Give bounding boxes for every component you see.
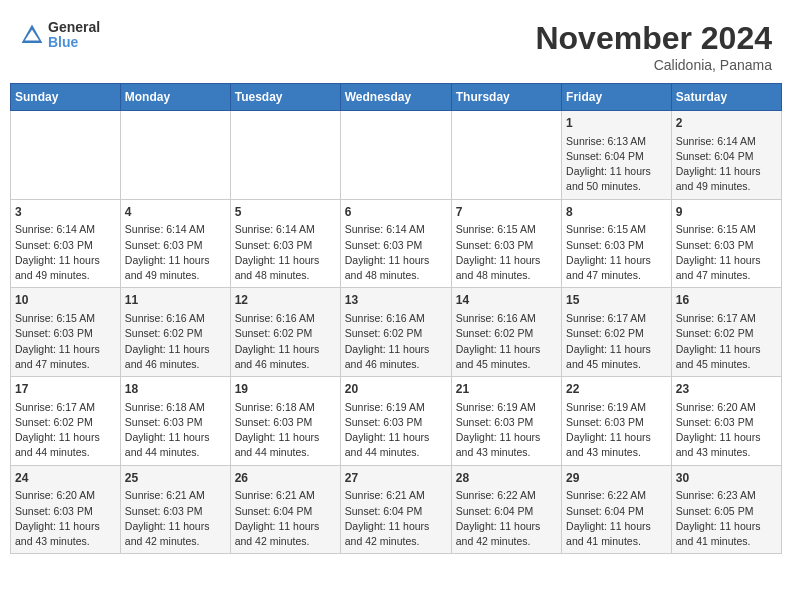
calendar-cell: 17Sunrise: 6:17 AM Sunset: 6:02 PM Dayli… bbox=[11, 377, 121, 466]
logo-icon bbox=[20, 23, 44, 47]
calendar-table: SundayMondayTuesdayWednesdayThursdayFrid… bbox=[10, 83, 782, 554]
calendar-cell bbox=[230, 111, 340, 200]
calendar-cell: 18Sunrise: 6:18 AM Sunset: 6:03 PM Dayli… bbox=[120, 377, 230, 466]
day-info: Sunrise: 6:17 AM Sunset: 6:02 PM Dayligh… bbox=[676, 311, 777, 372]
day-number: 21 bbox=[456, 381, 557, 398]
calendar-cell: 16Sunrise: 6:17 AM Sunset: 6:02 PM Dayli… bbox=[671, 288, 781, 377]
calendar-cell: 3Sunrise: 6:14 AM Sunset: 6:03 PM Daylig… bbox=[11, 199, 121, 288]
location-subtitle: Calidonia, Panama bbox=[535, 57, 772, 73]
page-header: General Blue November 2024 Calidonia, Pa… bbox=[10, 10, 782, 78]
calendar-cell bbox=[340, 111, 451, 200]
weekday-header-monday: Monday bbox=[120, 84, 230, 111]
day-number: 17 bbox=[15, 381, 116, 398]
weekday-header-friday: Friday bbox=[562, 84, 672, 111]
day-info: Sunrise: 6:19 AM Sunset: 6:03 PM Dayligh… bbox=[345, 400, 447, 461]
calendar-cell: 14Sunrise: 6:16 AM Sunset: 6:02 PM Dayli… bbox=[451, 288, 561, 377]
calendar-cell: 7Sunrise: 6:15 AM Sunset: 6:03 PM Daylig… bbox=[451, 199, 561, 288]
day-info: Sunrise: 6:16 AM Sunset: 6:02 PM Dayligh… bbox=[235, 311, 336, 372]
calendar-cell bbox=[451, 111, 561, 200]
day-info: Sunrise: 6:15 AM Sunset: 6:03 PM Dayligh… bbox=[456, 222, 557, 283]
weekday-header-tuesday: Tuesday bbox=[230, 84, 340, 111]
day-info: Sunrise: 6:15 AM Sunset: 6:03 PM Dayligh… bbox=[676, 222, 777, 283]
day-number: 19 bbox=[235, 381, 336, 398]
day-number: 20 bbox=[345, 381, 447, 398]
calendar-row-4: 24Sunrise: 6:20 AM Sunset: 6:03 PM Dayli… bbox=[11, 465, 782, 554]
day-info: Sunrise: 6:17 AM Sunset: 6:02 PM Dayligh… bbox=[15, 400, 116, 461]
day-number: 2 bbox=[676, 115, 777, 132]
calendar-cell: 25Sunrise: 6:21 AM Sunset: 6:03 PM Dayli… bbox=[120, 465, 230, 554]
day-number: 24 bbox=[15, 470, 116, 487]
logo-text: General Blue bbox=[48, 20, 100, 51]
day-number: 22 bbox=[566, 381, 667, 398]
calendar-cell: 15Sunrise: 6:17 AM Sunset: 6:02 PM Dayli… bbox=[562, 288, 672, 377]
day-number: 7 bbox=[456, 204, 557, 221]
weekday-header-wednesday: Wednesday bbox=[340, 84, 451, 111]
calendar-cell: 28Sunrise: 6:22 AM Sunset: 6:04 PM Dayli… bbox=[451, 465, 561, 554]
logo-line2: Blue bbox=[48, 35, 100, 50]
day-info: Sunrise: 6:14 AM Sunset: 6:04 PM Dayligh… bbox=[676, 134, 777, 195]
day-number: 4 bbox=[125, 204, 226, 221]
calendar-cell: 10Sunrise: 6:15 AM Sunset: 6:03 PM Dayli… bbox=[11, 288, 121, 377]
calendar-cell: 9Sunrise: 6:15 AM Sunset: 6:03 PM Daylig… bbox=[671, 199, 781, 288]
day-number: 27 bbox=[345, 470, 447, 487]
calendar-cell bbox=[120, 111, 230, 200]
calendar-cell bbox=[11, 111, 121, 200]
day-number: 3 bbox=[15, 204, 116, 221]
calendar-cell: 12Sunrise: 6:16 AM Sunset: 6:02 PM Dayli… bbox=[230, 288, 340, 377]
day-number: 6 bbox=[345, 204, 447, 221]
calendar-cell: 29Sunrise: 6:22 AM Sunset: 6:04 PM Dayli… bbox=[562, 465, 672, 554]
day-number: 1 bbox=[566, 115, 667, 132]
logo-line1: General bbox=[48, 20, 100, 35]
calendar-row-3: 17Sunrise: 6:17 AM Sunset: 6:02 PM Dayli… bbox=[11, 377, 782, 466]
day-info: Sunrise: 6:21 AM Sunset: 6:03 PM Dayligh… bbox=[125, 488, 226, 549]
day-info: Sunrise: 6:19 AM Sunset: 6:03 PM Dayligh… bbox=[456, 400, 557, 461]
day-number: 10 bbox=[15, 292, 116, 309]
day-info: Sunrise: 6:17 AM Sunset: 6:02 PM Dayligh… bbox=[566, 311, 667, 372]
day-number: 8 bbox=[566, 204, 667, 221]
day-info: Sunrise: 6:18 AM Sunset: 6:03 PM Dayligh… bbox=[125, 400, 226, 461]
calendar-cell: 11Sunrise: 6:16 AM Sunset: 6:02 PM Dayli… bbox=[120, 288, 230, 377]
day-info: Sunrise: 6:23 AM Sunset: 6:05 PM Dayligh… bbox=[676, 488, 777, 549]
calendar-cell: 5Sunrise: 6:14 AM Sunset: 6:03 PM Daylig… bbox=[230, 199, 340, 288]
calendar-cell: 22Sunrise: 6:19 AM Sunset: 6:03 PM Dayli… bbox=[562, 377, 672, 466]
calendar-cell: 23Sunrise: 6:20 AM Sunset: 6:03 PM Dayli… bbox=[671, 377, 781, 466]
day-info: Sunrise: 6:22 AM Sunset: 6:04 PM Dayligh… bbox=[456, 488, 557, 549]
calendar-cell: 26Sunrise: 6:21 AM Sunset: 6:04 PM Dayli… bbox=[230, 465, 340, 554]
day-number: 16 bbox=[676, 292, 777, 309]
day-info: Sunrise: 6:14 AM Sunset: 6:03 PM Dayligh… bbox=[15, 222, 116, 283]
day-info: Sunrise: 6:21 AM Sunset: 6:04 PM Dayligh… bbox=[235, 488, 336, 549]
day-info: Sunrise: 6:16 AM Sunset: 6:02 PM Dayligh… bbox=[456, 311, 557, 372]
day-info: Sunrise: 6:22 AM Sunset: 6:04 PM Dayligh… bbox=[566, 488, 667, 549]
calendar-cell: 19Sunrise: 6:18 AM Sunset: 6:03 PM Dayli… bbox=[230, 377, 340, 466]
calendar-cell: 24Sunrise: 6:20 AM Sunset: 6:03 PM Dayli… bbox=[11, 465, 121, 554]
calendar-cell: 6Sunrise: 6:14 AM Sunset: 6:03 PM Daylig… bbox=[340, 199, 451, 288]
month-title: November 2024 bbox=[535, 20, 772, 57]
day-number: 18 bbox=[125, 381, 226, 398]
day-number: 12 bbox=[235, 292, 336, 309]
day-number: 9 bbox=[676, 204, 777, 221]
day-info: Sunrise: 6:14 AM Sunset: 6:03 PM Dayligh… bbox=[125, 222, 226, 283]
day-info: Sunrise: 6:13 AM Sunset: 6:04 PM Dayligh… bbox=[566, 134, 667, 195]
day-info: Sunrise: 6:16 AM Sunset: 6:02 PM Dayligh… bbox=[125, 311, 226, 372]
logo: General Blue bbox=[20, 20, 100, 51]
day-number: 26 bbox=[235, 470, 336, 487]
calendar-cell: 13Sunrise: 6:16 AM Sunset: 6:02 PM Dayli… bbox=[340, 288, 451, 377]
weekday-header-thursday: Thursday bbox=[451, 84, 561, 111]
day-number: 25 bbox=[125, 470, 226, 487]
day-info: Sunrise: 6:21 AM Sunset: 6:04 PM Dayligh… bbox=[345, 488, 447, 549]
day-info: Sunrise: 6:20 AM Sunset: 6:03 PM Dayligh… bbox=[15, 488, 116, 549]
day-info: Sunrise: 6:14 AM Sunset: 6:03 PM Dayligh… bbox=[345, 222, 447, 283]
day-number: 13 bbox=[345, 292, 447, 309]
calendar-row-1: 3Sunrise: 6:14 AM Sunset: 6:03 PM Daylig… bbox=[11, 199, 782, 288]
weekday-header-sunday: Sunday bbox=[11, 84, 121, 111]
day-number: 28 bbox=[456, 470, 557, 487]
day-info: Sunrise: 6:18 AM Sunset: 6:03 PM Dayligh… bbox=[235, 400, 336, 461]
day-info: Sunrise: 6:14 AM Sunset: 6:03 PM Dayligh… bbox=[235, 222, 336, 283]
calendar-cell: 20Sunrise: 6:19 AM Sunset: 6:03 PM Dayli… bbox=[340, 377, 451, 466]
calendar-cell: 27Sunrise: 6:21 AM Sunset: 6:04 PM Dayli… bbox=[340, 465, 451, 554]
calendar-cell: 1Sunrise: 6:13 AM Sunset: 6:04 PM Daylig… bbox=[562, 111, 672, 200]
calendar-cell: 30Sunrise: 6:23 AM Sunset: 6:05 PM Dayli… bbox=[671, 465, 781, 554]
calendar-cell: 4Sunrise: 6:14 AM Sunset: 6:03 PM Daylig… bbox=[120, 199, 230, 288]
weekday-header-row: SundayMondayTuesdayWednesdayThursdayFrid… bbox=[11, 84, 782, 111]
day-number: 5 bbox=[235, 204, 336, 221]
